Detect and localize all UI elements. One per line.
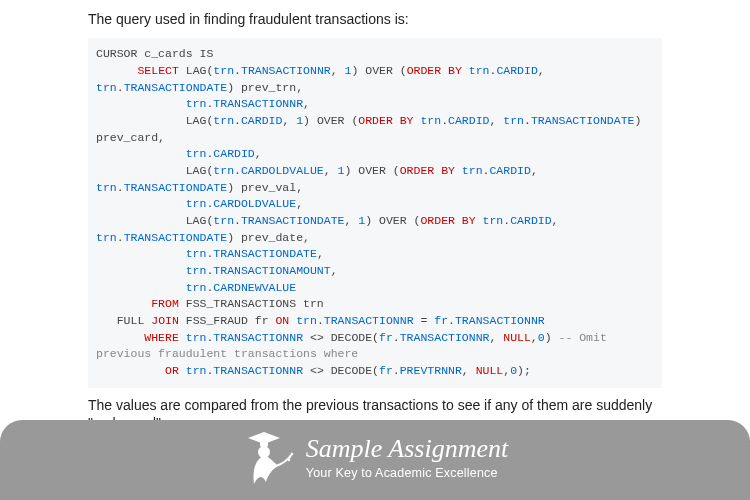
brand-text-group: Sample Assignment Your Key to Academic E… [306,436,508,480]
brand-tagline: Your Key to Academic Excellence [306,466,508,480]
svg-point-3 [291,453,293,455]
footer-banner: Sample Assignment Your Key to Academic E… [0,420,750,500]
svg-point-5 [288,459,290,461]
content-area: The query used in finding fraudulent tra… [0,0,750,432]
graduate-logo-icon [242,426,300,490]
svg-point-4 [289,456,291,458]
footer-brand: Sample Assignment Your Key to Academic E… [242,426,508,490]
sql-code-block: CURSOR c_cards IS SELECT LAG(trn.TRANSAC… [88,38,662,387]
intro-paragraph: The query used in finding fraudulent tra… [88,10,662,28]
brand-name: Sample Assignment [306,436,508,462]
